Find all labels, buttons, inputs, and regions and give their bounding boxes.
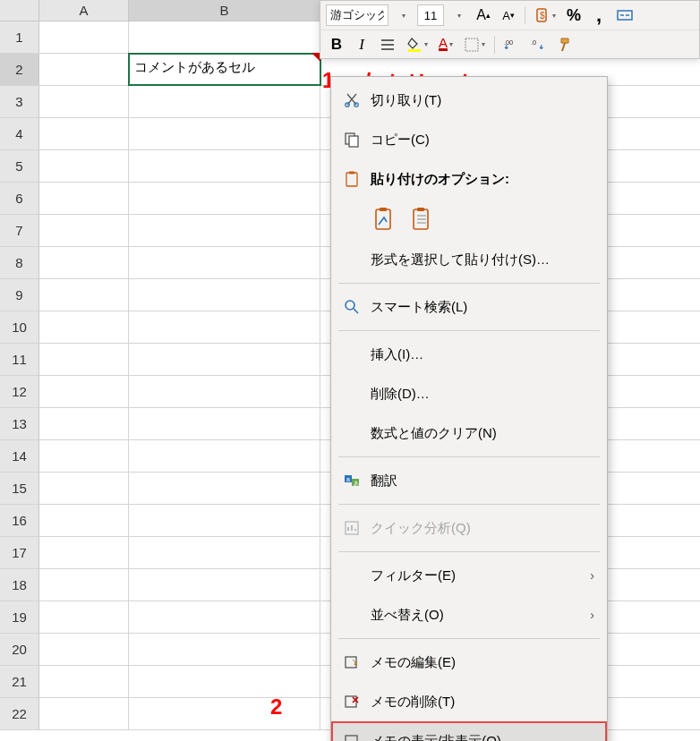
menu-copy[interactable]: コピー(C) (331, 120, 607, 159)
menu-filter[interactable]: フィルター(E) › (331, 556, 607, 595)
cell[interactable] (39, 634, 129, 665)
font-size-dropdown[interactable]: ▾ (448, 4, 469, 27)
cell[interactable] (129, 247, 320, 278)
menu-clear[interactable]: 数式と値のクリア(N) (331, 413, 607, 453)
border-button[interactable]: ▾ (460, 33, 489, 56)
cell[interactable] (129, 505, 320, 536)
cell[interactable] (39, 473, 129, 504)
row-header[interactable]: 12 (0, 376, 39, 407)
row-header[interactable]: 15 (0, 473, 39, 504)
column-header-B[interactable]: B (129, 0, 320, 21)
row-header[interactable]: 1 (0, 21, 39, 53)
decrease-decimal-button[interactable]: .0 (527, 33, 551, 56)
cell[interactable] (39, 698, 129, 729)
cell[interactable] (129, 344, 320, 375)
increase-decimal-button[interactable]: .00 (500, 33, 524, 56)
row-header[interactable]: 14 (0, 440, 39, 472)
format-painter-button[interactable] (554, 33, 577, 56)
row-header[interactable]: 16 (0, 505, 39, 536)
row-header[interactable]: 3 (0, 86, 39, 117)
menu-translate[interactable]: aあ 翻訳 (331, 461, 607, 500)
row-header[interactable]: 22 (0, 698, 39, 729)
bold-button[interactable]: B (326, 33, 347, 56)
row-header[interactable]: 10 (0, 311, 39, 343)
row-header[interactable]: 4 (0, 118, 39, 149)
decrease-font-button[interactable]: A▾ (498, 4, 519, 27)
paste-option-default[interactable] (371, 204, 397, 234)
cell[interactable] (129, 279, 320, 311)
paste-option-values[interactable] (408, 204, 435, 234)
row-header[interactable]: 6 (0, 183, 39, 214)
row-header[interactable]: 20 (0, 634, 39, 665)
cell[interactable] (39, 376, 129, 407)
row-header[interactable]: 13 (0, 408, 39, 439)
currency-button[interactable]: $ ▾ (531, 4, 559, 27)
cell[interactable] (39, 666, 129, 697)
cell[interactable] (39, 440, 129, 472)
row-header[interactable]: 8 (0, 247, 39, 278)
font-name-input[interactable] (326, 4, 388, 26)
row-header[interactable]: 2 (0, 54, 39, 85)
cell[interactable] (39, 54, 129, 85)
select-all-corner[interactable] (0, 0, 39, 21)
font-color-button[interactable]: A ▾ (435, 33, 457, 56)
menu-smart-lookup[interactable]: スマート検索(L) (331, 287, 607, 327)
comma-button[interactable]: , (588, 4, 610, 27)
menu-show-hide-memo[interactable]: メモの表示/非表示(O) (331, 721, 607, 741)
cell[interactable] (39, 505, 129, 536)
cell[interactable] (39, 86, 129, 117)
cell[interactable] (39, 247, 129, 278)
menu-paste-special[interactable]: 形式を選択して貼り付け(S)… (331, 240, 607, 279)
merge-center-button[interactable] (613, 4, 636, 27)
cell[interactable] (39, 279, 129, 311)
cell[interactable] (129, 408, 320, 439)
cell[interactable] (39, 183, 129, 214)
cell[interactable] (129, 86, 320, 117)
cell[interactable] (39, 601, 129, 633)
cell[interactable] (129, 698, 320, 729)
row-header[interactable]: 21 (0, 666, 39, 697)
cell[interactable] (39, 311, 129, 343)
cell[interactable] (129, 118, 320, 149)
cell[interactable] (39, 215, 129, 246)
column-header-A[interactable]: A (39, 0, 129, 21)
cell[interactable] (39, 344, 129, 375)
menu-cut[interactable]: 切り取り(T) (331, 81, 607, 120)
menu-sort[interactable]: 並べ替え(O) › (331, 595, 607, 635)
row-header[interactable]: 19 (0, 601, 39, 633)
menu-delete-memo[interactable]: メモの削除(T) (331, 682, 607, 721)
cell[interactable] (39, 408, 129, 439)
row-header[interactable]: 7 (0, 215, 39, 246)
menu-insert[interactable]: 挿入(I)… (331, 335, 607, 374)
cell[interactable] (129, 440, 320, 472)
cell[interactable] (39, 118, 129, 149)
cell-B2-selected[interactable]: コメントがあるセル (129, 54, 320, 85)
cell[interactable] (129, 537, 320, 568)
align-button[interactable] (376, 33, 399, 56)
cell[interactable] (129, 215, 320, 246)
cell[interactable] (39, 21, 129, 53)
cell[interactable] (39, 150, 129, 182)
row-header[interactable]: 17 (0, 537, 39, 568)
row-header[interactable]: 11 (0, 344, 39, 375)
increase-font-button[interactable]: A▴ (473, 4, 494, 27)
cell[interactable] (129, 376, 320, 407)
cell[interactable] (129, 634, 320, 665)
italic-button[interactable]: I (351, 33, 372, 56)
cell[interactable] (39, 537, 129, 568)
menu-delete[interactable]: 削除(D)… (331, 374, 607, 413)
percent-button[interactable]: % (563, 4, 585, 27)
row-header[interactable]: 18 (0, 569, 39, 600)
row-header[interactable]: 5 (0, 150, 39, 182)
menu-edit-memo[interactable]: メモの編集(E) (331, 643, 607, 682)
fill-color-button[interactable]: ▾ (403, 33, 431, 56)
row-header[interactable]: 9 (0, 279, 39, 311)
cell[interactable] (129, 601, 320, 633)
cell[interactable] (129, 666, 320, 697)
cell[interactable] (129, 311, 320, 343)
cell[interactable] (39, 569, 129, 600)
font-size-input[interactable] (417, 4, 444, 26)
cell[interactable] (129, 183, 320, 214)
font-name-dropdown[interactable]: ▾ (392, 4, 414, 27)
cell[interactable] (129, 21, 320, 53)
